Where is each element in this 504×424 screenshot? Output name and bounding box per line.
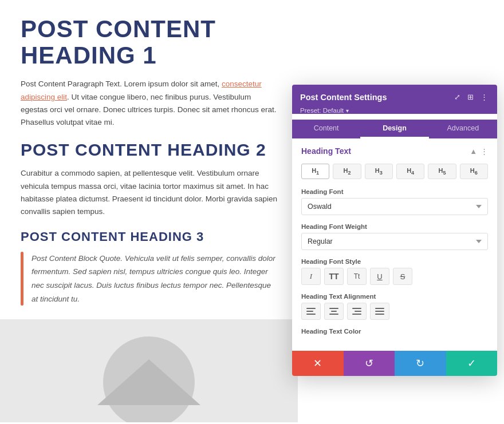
heading-font-style-label: Heading Font Style bbox=[301, 258, 488, 265]
tab-design[interactable]: Design bbox=[360, 120, 428, 138]
h6-button[interactable]: H6 bbox=[460, 164, 488, 179]
align-right-button[interactable] bbox=[347, 303, 367, 320]
h1-button[interactable]: H1 bbox=[301, 164, 329, 179]
regular-tt-button[interactable]: Tt bbox=[347, 268, 367, 285]
image-placeholder bbox=[0, 319, 298, 422]
resize-icon-button[interactable]: ⤢ bbox=[453, 92, 462, 102]
h2-button[interactable]: H2 bbox=[333, 164, 361, 179]
panel-header: Post Content Settings ⤢ ⊞ ⋮ Preset: Defa… bbox=[292, 85, 497, 114]
alignment-buttons bbox=[301, 303, 488, 320]
save-button[interactable]: ✓ bbox=[446, 351, 498, 376]
align-center-icon bbox=[328, 307, 340, 316]
align-justify-button[interactable] bbox=[370, 303, 389, 320]
section-title: Heading Text bbox=[301, 146, 351, 156]
post-paragraph-2: Curabitur a commodo sapien, at pellentes… bbox=[21, 167, 277, 218]
align-justify-icon bbox=[374, 307, 385, 316]
align-left-icon bbox=[305, 307, 317, 316]
heading-font-group: Heading Font Oswald bbox=[301, 188, 488, 215]
panel-title: Post Content Settings bbox=[300, 93, 387, 102]
heading-color-label: Heading Text Color bbox=[301, 328, 488, 335]
tab-advanced[interactable]: Advanced bbox=[429, 120, 497, 138]
align-center-button[interactable] bbox=[324, 303, 344, 320]
post-heading-3: POST CONTENT HEADING 3 bbox=[21, 230, 277, 244]
more-icon-button[interactable]: ⋮ bbox=[479, 92, 489, 102]
font-style-buttons: I TT Tt U S bbox=[301, 268, 488, 285]
bold-tt-button[interactable]: TT bbox=[324, 268, 344, 285]
content-area: POST CONTENT HEADING 1 Post Content Para… bbox=[0, 0, 298, 424]
h4-button[interactable]: H4 bbox=[396, 164, 424, 179]
post-heading-1: POST CONTENT HEADING 1 bbox=[21, 16, 277, 69]
italic-button[interactable]: I bbox=[301, 268, 321, 285]
undo-button[interactable]: ↺ bbox=[344, 351, 395, 376]
settings-panel: Post Content Settings ⤢ ⊞ ⋮ Preset: Defa… bbox=[292, 85, 497, 376]
section-heading: Heading Text ▲ ⋮ bbox=[301, 146, 488, 156]
heading-font-weight-group: Heading Font Weight Regular bbox=[301, 223, 488, 250]
heading-level-buttons: H1 H2 H3 H4 H5 H6 bbox=[301, 164, 488, 179]
panel-header-top: Post Content Settings ⤢ ⊞ ⋮ bbox=[300, 92, 489, 102]
section-collapse-button[interactable]: ▲ bbox=[470, 147, 477, 156]
section-more-button[interactable]: ⋮ bbox=[481, 147, 488, 156]
blockquote-bar bbox=[21, 252, 23, 306]
section-actions: ▲ ⋮ bbox=[470, 147, 488, 156]
blockquote-text: Post Content Block Quote. Vehicula velit… bbox=[32, 252, 277, 306]
align-right-icon bbox=[351, 307, 363, 316]
strikethrough-button[interactable]: S bbox=[393, 268, 412, 285]
heading-color-group: Heading Text Color bbox=[301, 328, 488, 335]
post-heading-2: POST CONTENT HEADING 2 bbox=[21, 140, 277, 159]
blockquote: Post Content Block Quote. Vehicula velit… bbox=[21, 252, 277, 306]
heading-font-style-group: Heading Font Style I TT Tt U S bbox=[301, 258, 488, 285]
underline-button[interactable]: U bbox=[370, 268, 389, 285]
heading-font-weight-label: Heading Font Weight bbox=[301, 223, 488, 230]
preset-selector[interactable]: Preset: Default bbox=[300, 107, 489, 114]
panel-tabs: Content Design Advanced bbox=[292, 120, 497, 138]
h3-button[interactable]: H3 bbox=[365, 164, 393, 179]
panel-icon-group: ⤢ ⊞ ⋮ bbox=[453, 92, 489, 102]
redo-button[interactable]: ↻ bbox=[395, 351, 446, 376]
heading-font-select[interactable]: Oswald bbox=[301, 198, 488, 215]
heading-alignment-group: Heading Text Alignment bbox=[301, 293, 488, 320]
heading-alignment-label: Heading Text Alignment bbox=[301, 293, 488, 300]
heading-font-label: Heading Font bbox=[301, 188, 488, 195]
panel-footer: ✕ ↺ ↻ ✓ bbox=[292, 351, 497, 376]
align-left-button[interactable] bbox=[301, 303, 321, 320]
grid-icon-button[interactable]: ⊞ bbox=[466, 92, 475, 102]
heading-font-weight-select[interactable]: Regular bbox=[301, 233, 488, 250]
panel-body: Heading Text ▲ ⋮ H1 H2 H3 H4 H5 H6 Headi… bbox=[292, 138, 497, 351]
cancel-button[interactable]: ✕ bbox=[292, 351, 344, 376]
tab-content[interactable]: Content bbox=[292, 120, 360, 138]
h5-button[interactable]: H5 bbox=[428, 164, 456, 179]
post-paragraph-1: Post Content Paragraph Text. Lorem ipsum… bbox=[21, 78, 277, 129]
